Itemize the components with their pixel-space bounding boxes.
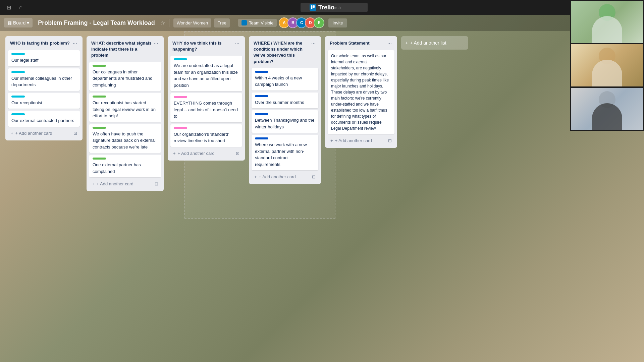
invite-button[interactable]: Invite — [328, 18, 347, 27]
video-frame-3 — [570, 87, 644, 131]
card-text-where-4: Where we work with a new external partne… — [255, 141, 315, 168]
card-label-pink-2 — [174, 127, 187, 129]
card-template-icon-2: ⊡ — [155, 181, 158, 186]
avatar-5[interactable]: E — [314, 17, 324, 28]
column-why-menu-button[interactable]: ··· — [234, 40, 241, 47]
card-what-3[interactable]: We often have to push the signature date… — [89, 124, 161, 153]
card-text-statement-1: Our whole team, as well as our internal … — [331, 53, 391, 131]
card-label-navy-4 — [255, 137, 268, 139]
add-card-where-icon: + — [254, 174, 257, 179]
add-card-statement-button[interactable]: + + Add another card ⊡ — [328, 136, 394, 145]
column-where-title: WHERE / WHEN are the conditions under wh… — [254, 40, 310, 65]
card-text-why-3: Our organization's 'standard' review tim… — [174, 131, 239, 144]
add-card-why-button[interactable]: + + Add another card ⊡ — [170, 149, 242, 158]
free-label: Free — [217, 20, 226, 25]
card-text-what-2: Our receptionist has started taking on l… — [93, 100, 158, 119]
card-where-4[interactable]: Where we work with a new external partne… — [252, 135, 318, 170]
board-button[interactable]: ▦ Board ▾ — [4, 18, 33, 27]
card-template-icon-3: ⊡ — [236, 151, 239, 156]
card-why-1[interactable]: We are understaffed as a legal team for … — [170, 56, 242, 91]
grid-icon[interactable]: ⊞ — [4, 3, 13, 12]
column-what-title: WHAT: describe what signals indicate tha… — [91, 40, 153, 59]
card-why-3[interactable]: Our organization's 'standard' review tim… — [170, 124, 242, 147]
card-text-who-3: Our receptionist — [11, 100, 76, 106]
board-title: Problem Framing - Legal Team Workload — [35, 18, 157, 28]
card-label-green-3 — [93, 127, 106, 129]
card-who-2[interactable]: Our internal colleagues in other departm… — [8, 68, 80, 91]
column-what-header: WHAT: describe what signals indicate tha… — [89, 39, 161, 60]
board-chevron-icon: ▾ — [27, 20, 29, 25]
card-where-1[interactable]: Within 4 weeks of a new campaign launch — [252, 68, 318, 90]
board-label: Board — [13, 20, 25, 25]
add-list-button[interactable]: + + Add another list — [401, 36, 468, 50]
column-what-menu-button[interactable]: ··· — [153, 40, 160, 47]
column-where: WHERE / WHEN are the conditions under wh… — [249, 36, 321, 184]
column-where-header: WHERE / WHEN are the conditions under wh… — [252, 39, 318, 66]
column-why-header: WHY do we think this is happening? ··· — [170, 39, 242, 54]
card-where-2[interactable]: Over the summer months — [252, 93, 318, 109]
home-icon[interactable]: ⌂ — [16, 3, 25, 12]
column-who-header: WHO is facing this problem? ··· — [8, 39, 80, 48]
card-what-1[interactable]: Our colleagues in other departments are … — [89, 62, 161, 91]
column-statement-header: Problem Statement ··· — [328, 39, 394, 48]
card-what-4[interactable]: One external partner has complained — [89, 155, 161, 177]
video-person-body-2 — [592, 60, 622, 86]
wonder-women-label: Wonder Women — [177, 20, 208, 25]
invite-label: Invite — [332, 20, 343, 25]
team-label: Team Visible — [249, 20, 273, 25]
wonder-women-button[interactable]: Wonder Women — [173, 18, 211, 27]
free-button[interactable]: Free — [214, 18, 230, 27]
star-icon[interactable]: ☆ — [160, 20, 165, 26]
add-card-statement-label: + Add another card — [335, 138, 372, 143]
team-icon — [241, 20, 247, 25]
add-card-statement-icon: + — [330, 138, 333, 143]
video-panel — [570, 0, 644, 131]
card-text-who-2: Our internal colleagues in other departm… — [11, 75, 76, 88]
nav-divider-1 — [169, 19, 169, 27]
team-visible-button[interactable]: Team Visible — [238, 19, 277, 27]
card-label-cyan — [11, 53, 25, 55]
column-where-menu-button[interactable]: ··· — [310, 40, 317, 47]
column-what: WHAT: describe what signals indicate tha… — [87, 36, 164, 191]
card-label-cyan-why — [174, 58, 187, 60]
card-where-3[interactable]: Between Thanksgiving and the winter holi… — [252, 110, 318, 133]
card-why-2[interactable]: EVERYTHING comes through legal -- and lo… — [170, 93, 242, 122]
board-icon: ▦ — [7, 20, 12, 25]
card-text-what-1: Our colleagues in other departments are … — [93, 69, 158, 88]
video-person-body-1 — [592, 16, 622, 43]
card-text-where-3: Between Thanksgiving and the winter holi… — [255, 117, 315, 130]
add-card-what-label: + Add another card — [97, 181, 133, 186]
card-label-green-1 — [93, 65, 106, 67]
card-who-4[interactable]: Our external contracted partners — [8, 111, 80, 127]
add-card-where-button[interactable]: + + Add another card ⊡ — [252, 172, 318, 181]
card-text-who-4: Our external contracted partners — [11, 117, 76, 124]
column-why-title: WHY do we think this is happening? — [172, 40, 234, 52]
svg-rect-0 — [311, 5, 313, 9]
card-template-icon-4: ⊡ — [312, 174, 316, 179]
video-frame-2 — [570, 44, 644, 87]
add-card-why-label: + Add another card — [178, 151, 215, 156]
card-label-navy-1 — [255, 71, 268, 73]
card-what-2[interactable]: Our receptionist has started taking on l… — [89, 93, 161, 122]
column-who-menu-button[interactable]: ··· — [71, 40, 78, 47]
card-text-what-3: We often have to push the signature date… — [93, 131, 158, 150]
card-label-cyan-2 — [11, 71, 25, 73]
add-list-icon: + — [405, 40, 408, 46]
video-frame-1 — [570, 0, 644, 44]
card-statement-1[interactable]: Our whole team, as well as our internal … — [328, 50, 394, 134]
card-label-pink-1 — [174, 96, 187, 98]
add-card-who-icon: + — [11, 131, 13, 136]
card-label-green-4 — [93, 158, 106, 160]
card-template-icon: ⊡ — [73, 131, 77, 136]
nav-bar: ▦ Board ▾ Problem Framing - Legal Team W… — [0, 15, 644, 31]
add-list-label: + Add another list — [410, 40, 446, 46]
trello-logo-text: Trello — [318, 4, 334, 11]
card-who-3[interactable]: Our receptionist — [8, 93, 80, 109]
card-label-navy-3 — [255, 113, 268, 115]
card-label-cyan-4 — [11, 113, 25, 115]
svg-rect-1 — [313, 5, 315, 8]
card-who-1[interactable]: Our legal staff — [8, 50, 80, 66]
add-card-what-button[interactable]: + + Add another card ⊡ — [89, 179, 161, 188]
add-card-who-button[interactable]: + + Add another card ⊡ — [8, 129, 80, 138]
column-statement-menu-button[interactable]: ··· — [386, 40, 393, 47]
